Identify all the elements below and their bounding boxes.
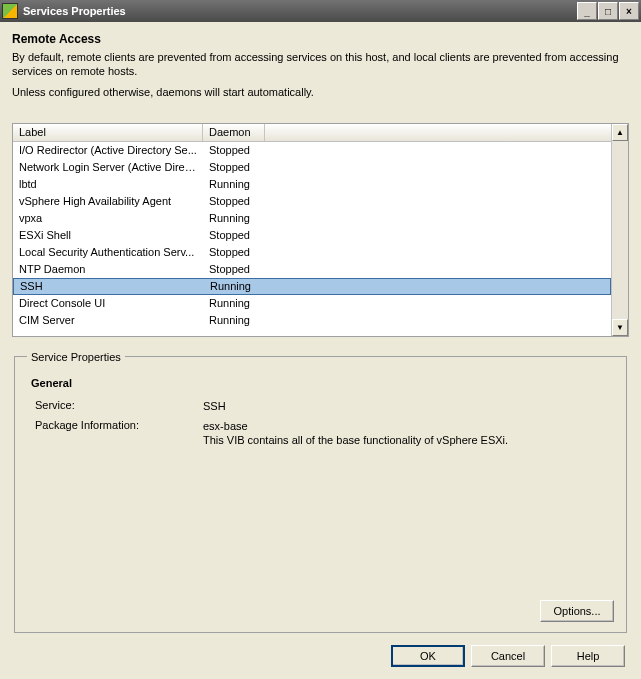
- section-desc1: By default, remote clients are prevented…: [12, 50, 629, 79]
- cell-label: Network Login Server (Active Direc...: [13, 160, 203, 174]
- table-row[interactable]: vpxaRunning: [13, 210, 611, 227]
- cell-daemon: Stopped: [203, 160, 265, 174]
- scroll-up-button[interactable]: ▲: [612, 124, 628, 141]
- minimize-button[interactable]: _: [577, 2, 597, 20]
- cancel-button[interactable]: Cancel: [471, 645, 545, 667]
- table-header: Label Daemon: [13, 124, 611, 142]
- package-info-value: esx-base This VIB contains all of the ba…: [203, 419, 614, 448]
- help-button[interactable]: Help: [551, 645, 625, 667]
- col-header-filler: [265, 124, 611, 141]
- cell-daemon: Running: [204, 279, 266, 293]
- service-properties-group: Service Properties General Service: SSH …: [14, 351, 627, 633]
- cell-label: CIM Server: [13, 313, 203, 327]
- cell-daemon: Stopped: [203, 194, 265, 208]
- dialog-content: Remote Access By default, remote clients…: [0, 22, 641, 679]
- cell-label: ESXi Shell: [13, 228, 203, 242]
- dialog-buttons: OK Cancel Help: [12, 633, 629, 671]
- cell-daemon: Stopped: [203, 245, 265, 259]
- section-desc2: Unless configured otherwise, daemons wil…: [12, 85, 629, 99]
- table-row[interactable]: Local Security Authentication Serv...Sto…: [13, 244, 611, 261]
- table-row[interactable]: I/O Redirector (Active Directory Se...St…: [13, 142, 611, 159]
- cell-label: lbtd: [13, 177, 203, 191]
- scroll-down-button[interactable]: ▼: [612, 319, 628, 336]
- vertical-scrollbar[interactable]: ▲ ▼: [611, 124, 628, 336]
- table-row[interactable]: Direct Console UIRunning: [13, 295, 611, 312]
- cell-daemon: Running: [203, 177, 265, 191]
- cell-daemon: Running: [203, 313, 265, 327]
- options-button[interactable]: Options...: [540, 600, 614, 622]
- package-info-label: Package Information:: [35, 419, 203, 448]
- cell-label: Direct Console UI: [13, 296, 203, 310]
- cell-label: vpxa: [13, 211, 203, 225]
- ok-button[interactable]: OK: [391, 645, 465, 667]
- cell-daemon: Running: [203, 211, 265, 225]
- service-label: Service:: [35, 399, 203, 413]
- cell-label: I/O Redirector (Active Directory Se...: [13, 143, 203, 157]
- table-row[interactable]: ESXi ShellStopped: [13, 227, 611, 244]
- app-icon: [2, 3, 18, 19]
- table-row[interactable]: CIM ServerRunning: [13, 312, 611, 329]
- cell-label: Local Security Authentication Serv...: [13, 245, 203, 259]
- col-header-daemon[interactable]: Daemon: [203, 124, 265, 141]
- table-row[interactable]: vSphere High Availability AgentStopped: [13, 193, 611, 210]
- maximize-button[interactable]: □: [598, 2, 618, 20]
- close-button[interactable]: ×: [619, 2, 639, 20]
- table-row[interactable]: NTP DaemonStopped: [13, 261, 611, 278]
- service-value: SSH: [203, 399, 614, 413]
- table-row[interactable]: lbtdRunning: [13, 176, 611, 193]
- general-heading: General: [31, 377, 614, 389]
- table-row[interactable]: Network Login Server (Active Direc...Sto…: [13, 159, 611, 176]
- cell-label: vSphere High Availability Agent: [13, 194, 203, 208]
- cell-daemon: Stopped: [203, 228, 265, 242]
- titlebar[interactable]: Services Properties _ □ ×: [0, 0, 641, 22]
- cell-label: NTP Daemon: [13, 262, 203, 276]
- table-row[interactable]: SSHRunning: [13, 278, 611, 295]
- cell-daemon: Stopped: [203, 262, 265, 276]
- service-properties-legend: Service Properties: [27, 351, 125, 363]
- window-title: Services Properties: [23, 5, 126, 17]
- cell-daemon: Stopped: [203, 143, 265, 157]
- col-header-label[interactable]: Label: [13, 124, 203, 141]
- cell-label: SSH: [14, 279, 204, 293]
- table-body: I/O Redirector (Active Directory Se...St…: [13, 142, 611, 329]
- cell-daemon: Running: [203, 296, 265, 310]
- section-title: Remote Access: [12, 32, 629, 46]
- services-table: Label Daemon I/O Redirector (Active Dire…: [12, 123, 629, 337]
